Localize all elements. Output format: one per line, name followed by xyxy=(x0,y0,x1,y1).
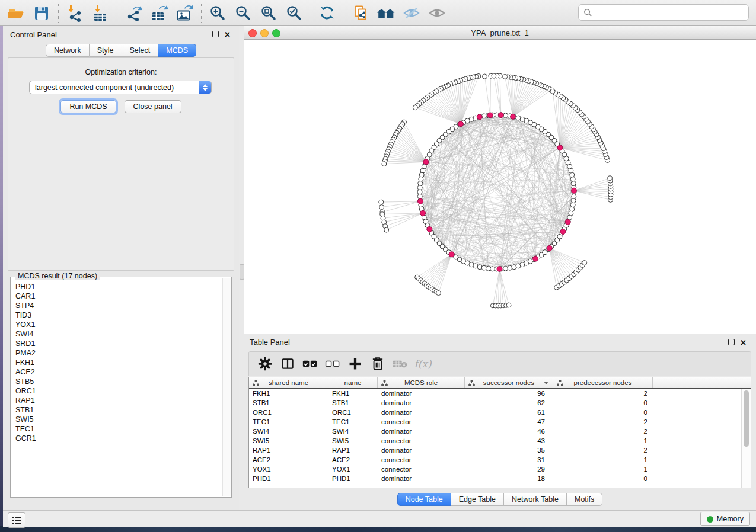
delete-column-button[interactable] xyxy=(370,356,385,371)
close-panel-icon[interactable]: ✕ xyxy=(224,31,232,39)
close-panel-button[interactable]: Close panel xyxy=(125,100,181,113)
zoom-selected-icon xyxy=(285,4,303,22)
mcds-list-scrollbar[interactable] xyxy=(222,278,231,496)
table-cell: 96 xyxy=(465,389,553,398)
export-image-button[interactable] xyxy=(174,3,194,23)
mcds-result-item[interactable]: PMA2 xyxy=(15,348,222,358)
mcds-result-item[interactable]: RAP1 xyxy=(15,396,222,405)
table-header-cell[interactable]: MCDS role xyxy=(378,377,465,388)
table-cell: 2 xyxy=(553,446,653,455)
mcds-result-item[interactable]: CAR1 xyxy=(15,291,222,301)
refresh-button[interactable] xyxy=(317,3,337,23)
tab-select[interactable]: Select xyxy=(122,44,159,57)
first-neighbors-button[interactable] xyxy=(376,3,396,23)
search-icon xyxy=(583,8,592,17)
table-cell: ORC1 xyxy=(328,408,378,417)
search-input[interactable] xyxy=(596,8,748,18)
mcds-result-item[interactable]: STB5 xyxy=(15,377,222,386)
zoom-fit-button[interactable] xyxy=(259,3,279,23)
table-cell: 1 xyxy=(553,464,653,474)
tab-mcds[interactable]: MCDS xyxy=(158,44,196,57)
optimization-criterion-select[interactable]: largest connected component (undirected) xyxy=(29,81,212,94)
table-row[interactable]: SWI5SWI5connector431 xyxy=(249,436,751,446)
table-row[interactable]: YOX1YOX1connector291 xyxy=(249,464,751,474)
table-scrollbar[interactable] xyxy=(741,389,751,488)
mcds-result-item[interactable]: STB1 xyxy=(15,405,222,415)
mcds-result-item[interactable]: TEC1 xyxy=(15,424,222,434)
select-all-button[interactable] xyxy=(302,356,318,371)
import-network-button[interactable] xyxy=(65,3,85,23)
float-table-panel-icon[interactable] xyxy=(728,339,736,347)
close-table-panel-icon[interactable]: ✕ xyxy=(740,339,748,347)
mcds-result-item[interactable]: ACE2 xyxy=(15,367,222,377)
table-row[interactable]: ORC1ORC1dominator610 xyxy=(249,408,751,417)
table-header-cell[interactable]: shared name xyxy=(249,377,328,388)
mcds-result-item[interactable]: SWI4 xyxy=(15,329,222,339)
tab-network[interactable]: Network xyxy=(46,44,90,57)
delete-table-button[interactable] xyxy=(393,356,408,371)
table-row[interactable]: ACE2ACE2connector311 xyxy=(249,455,751,464)
duplicate-network-icon xyxy=(352,4,369,22)
apply-function-button[interactable]: f(x) xyxy=(415,356,430,371)
duplicate-network-button[interactable] xyxy=(350,3,371,23)
run-mcds-button[interactable]: Run MCDS xyxy=(60,100,116,113)
deselect-all-button[interactable] xyxy=(325,356,340,371)
table-settings-button[interactable] xyxy=(257,356,273,371)
delete-table-icon xyxy=(393,358,408,369)
float-panel-icon[interactable] xyxy=(212,31,220,39)
mcds-result-item[interactable]: STP4 xyxy=(15,301,222,310)
save-session-button[interactable] xyxy=(31,3,52,23)
mcds-result-item[interactable]: YOX1 xyxy=(15,320,222,329)
tab-edge-table[interactable]: Edge Table xyxy=(451,493,504,506)
open-file-button[interactable] xyxy=(6,3,26,23)
table-cell: ORC1 xyxy=(249,408,328,417)
table-header-cell[interactable]: name xyxy=(328,377,378,388)
zoom-out-icon xyxy=(234,4,252,22)
tab-style[interactable]: Style xyxy=(90,44,122,57)
table-row[interactable]: SWI4SWI4dominator462 xyxy=(249,427,751,436)
table-header-row: shared namenameMCDS rolesuccessor nodesp… xyxy=(249,377,751,389)
network-canvas[interactable] xyxy=(244,40,756,334)
zoom-out-button[interactable] xyxy=(233,3,253,23)
tab-node-table[interactable]: Node Table xyxy=(397,493,451,506)
search-field[interactable] xyxy=(578,4,749,21)
network-titlebar[interactable]: YPA_prune.txt_1 xyxy=(244,26,756,40)
zoom-selected-button[interactable] xyxy=(284,3,304,23)
table-cell: 1 xyxy=(553,455,653,464)
table-row[interactable]: STB1STB1dominator620 xyxy=(249,398,751,408)
export-table-button[interactable] xyxy=(149,3,169,23)
add-column-button[interactable] xyxy=(347,356,363,371)
memory-button[interactable]: Memory xyxy=(700,512,750,526)
table-header-cell[interactable]: successor nodes xyxy=(465,377,553,388)
mcds-result-item[interactable]: FKH1 xyxy=(15,358,222,367)
table-row[interactable]: FKH1FKH1dominator962 xyxy=(249,389,751,398)
tab-motifs[interactable]: Motifs xyxy=(567,493,602,506)
hide-selected-button[interactable] xyxy=(401,3,422,23)
mcds-result-item[interactable]: SRD1 xyxy=(15,339,222,348)
zoom-in-button[interactable] xyxy=(208,3,228,23)
mcds-result-item[interactable]: PHD1 xyxy=(15,282,222,291)
table-cell: 1 xyxy=(553,436,653,446)
mcds-result-item[interactable]: GCR1 xyxy=(15,434,222,443)
toolbar-separator xyxy=(117,4,118,23)
toolbar-separator xyxy=(344,4,345,23)
table-row[interactable]: PHD1PHD1dominator180 xyxy=(249,474,751,483)
table-scrollbar-thumb[interactable] xyxy=(744,390,749,447)
vertical-splitter[interactable] xyxy=(239,26,244,510)
table-cell: 62 xyxy=(465,398,553,408)
export-network-button[interactable] xyxy=(123,3,143,23)
main-toolbar xyxy=(0,0,756,26)
table-row[interactable]: TEC1TEC1connector472 xyxy=(249,417,751,427)
mcds-result-item[interactable]: ORC1 xyxy=(15,386,222,396)
show-all-button[interactable] xyxy=(427,3,447,23)
tab-network-table[interactable]: Network Table xyxy=(504,493,567,506)
table-cell: 0 xyxy=(553,408,653,417)
mcds-result-item[interactable]: SWI5 xyxy=(15,415,222,424)
gear-icon xyxy=(257,356,273,371)
table-row[interactable]: RAP1RAP1dominator352 xyxy=(249,446,751,455)
column-layout-button[interactable] xyxy=(280,356,295,371)
mcds-result-item[interactable]: TID3 xyxy=(15,310,222,320)
network-list-button[interactable] xyxy=(8,512,25,528)
import-table-button[interactable] xyxy=(90,3,110,23)
table-header-cell[interactable]: predecessor nodes xyxy=(553,377,653,388)
